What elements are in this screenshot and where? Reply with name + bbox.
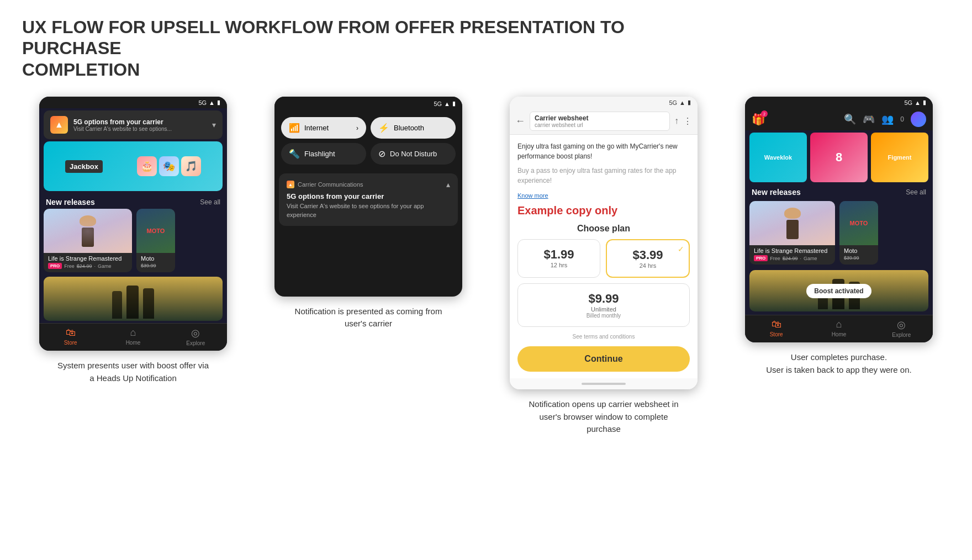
s4-topbar: 🎁 2 🔍 🎮 👥 0 <box>745 108 933 130</box>
s4-statusbar: 5G ▲ ▮ <box>745 97 933 108</box>
s4-wifi-icon: ▲ <box>915 99 921 106</box>
s1-moto-card[interactable]: MOTO Moto $39.99 <box>136 209 175 272</box>
s2-notif-app-row: ▲ Carrier Communications <box>287 181 363 188</box>
s4-topbar-right: 🔍 🎮 👥 0 <box>844 112 926 127</box>
s4-eight-thumb[interactable]: 8 <box>810 133 868 182</box>
boost-activated-badge: Boost activated <box>806 284 871 298</box>
s1-nav-home[interactable]: ⌂ Home <box>102 327 164 346</box>
s4-lis-info: Life is Strange Remastered PRO Free $24.… <box>749 245 835 265</box>
screen4-wrapper: 5G ▲ ▮ 🎁 2 🔍 🎮 👥 0 <box>728 97 950 376</box>
s1-moto-info: Moto $39.99 <box>136 253 175 272</box>
s2-notif-expand-icon[interactable]: ▴ <box>446 180 450 189</box>
s1-nav-store[interactable]: 🛍 Store <box>39 327 102 346</box>
screen3-phone: 5G ▲ ▮ ← Carrier websheet carrier webshe… <box>510 97 698 389</box>
s1-hun[interactable]: ▲ 5G options from your carrier Visit Car… <box>44 110 223 139</box>
page-title: UX FLOW FOR UPSELL WORKFLOW FROM OFFER P… <box>22 17 685 80</box>
s2-qs-dnd[interactable]: ⊘ Do Not Disturb <box>371 143 456 165</box>
s3-terms: See terms and conditions <box>517 334 690 340</box>
s4-nav-home[interactable]: ⌂ Home <box>807 319 870 338</box>
s3-back-button[interactable]: ← <box>515 115 525 127</box>
s3-signal: 5G <box>669 99 677 106</box>
s4-gift-badge[interactable]: 🎁 2 <box>752 113 765 126</box>
screen2-caption: Notification is presented as coming from… <box>291 305 446 330</box>
s1-lis-meta: PRO Free $24.99 · Game <box>48 263 128 269</box>
s2-qs-flashlight[interactable]: 🔦 Flashlight <box>281 143 366 165</box>
screen4-phone: 5G ▲ ▮ 🎁 2 🔍 🎮 👥 0 <box>745 97 933 342</box>
s1-game-icon-3: 🎵 <box>181 156 201 176</box>
s3-browser-bar: ← Carrier websheet carrier websheet url … <box>510 108 698 135</box>
s2-carrier-notification[interactable]: ▲ Carrier Communications ▴ 5G options fr… <box>279 173 458 226</box>
s3-know-more-link[interactable]: Know more <box>517 192 548 199</box>
s1-game-icons: 🎂 🎭 🎵 <box>137 156 201 176</box>
screen2-wrapper: 5G ▲ ▮ 📶 Internet › ⚡ Bluetooth 🔦 <box>257 97 479 330</box>
s4-lis-thumb <box>749 201 835 245</box>
s4-nav-store[interactable]: 🛍 Store <box>745 319 807 338</box>
s3-plan-3-card[interactable]: $9.99 Unlimited Billed monthly <box>517 283 690 327</box>
s4-games-row: Life is Strange Remastered PRO Free $24.… <box>745 199 933 268</box>
s1-new-releases-header: New releases See all <box>39 193 227 209</box>
s2-signal: 5G <box>434 101 442 107</box>
s2-qs-bluetooth[interactable]: ⚡ Bluetooth <box>371 117 456 139</box>
qs-chevron-icon: › <box>356 124 358 132</box>
s1-lis-info: Life is Strange Remastered PRO Free $24.… <box>44 253 132 272</box>
carrier-app-icon: ▲ <box>287 181 294 188</box>
s4-notification-badge: 2 <box>761 110 768 117</box>
s3-browser-actions: ↑ ⋮ <box>674 116 692 126</box>
s3-continue-button[interactable]: Continue <box>517 346 690 372</box>
s2-wifi-icon: ▲ <box>444 101 450 107</box>
s1-game-icon-1: 🎂 <box>137 156 157 176</box>
s4-moto-card[interactable]: MOTO Moto $39.99 <box>839 201 878 265</box>
s3-wifi-icon: ▲ <box>679 99 685 106</box>
s4-lis-card[interactable]: Life is Strange Remastered PRO Free $24.… <box>749 201 835 265</box>
internet-icon: 📶 <box>289 123 300 133</box>
s3-plan-1-card[interactable]: $1.99 12 hrs <box>517 239 600 278</box>
s4-nav-explore[interactable]: ◎ Explore <box>870 319 933 338</box>
s4-moto-meta: $39.99 <box>844 255 874 261</box>
s4-moto-info: Moto $39.99 <box>839 245 878 264</box>
s1-hun-app-icon: ▲ <box>50 116 68 134</box>
s4-home-icon: ⌂ <box>836 319 842 330</box>
flashlight-icon: 🔦 <box>289 149 300 159</box>
s1-lis-card[interactable]: Life is Strange Remastered PRO Free $24.… <box>44 209 132 272</box>
s1-statusbar: 5G ▲ ▮ <box>39 97 227 108</box>
s1-nav-explore[interactable]: ◎ Explore <box>165 327 227 346</box>
lis-artwork <box>44 209 132 253</box>
s4-people-icon[interactable]: 👥 <box>881 113 894 125</box>
bluetooth-icon: ⚡ <box>378 123 389 133</box>
s4-search-icon[interactable]: 🔍 <box>844 113 856 125</box>
s3-promo-sub: Buy a pass to enjoy ultra fast gaming ra… <box>517 166 690 186</box>
s1-hun-chevron-icon[interactable]: ▾ <box>212 120 216 129</box>
s4-new-releases-header: New releases See all <box>745 186 933 199</box>
s4-explore-icon: ◎ <box>897 319 906 331</box>
s1-soldier-art <box>44 277 223 321</box>
moto-artwork: MOTO <box>136 209 175 253</box>
s3-statusbar: 5G ▲ ▮ <box>510 97 698 108</box>
s2-qs-internet[interactable]: 📶 Internet › <box>281 117 366 139</box>
s4-moto-artwork: MOTO <box>839 201 878 245</box>
s1-hero-banner[interactable] <box>44 277 223 321</box>
s3-example-label: Example copy only <box>517 204 690 217</box>
s3-plans-row: $1.99 12 hrs ✓ $3.99 24 hrs <box>517 239 690 278</box>
s3-content: Enjoy ultra fast gaming on the go with M… <box>510 135 698 378</box>
s4-lis-meta: PRO Free $24.99 · Game <box>754 255 831 261</box>
s4-figment-thumb[interactable]: Figment <box>871 133 928 182</box>
s4-moto-thumb: MOTO <box>839 201 878 245</box>
s3-battery-icon: ▮ <box>688 99 691 106</box>
s3-share-icon[interactable]: ↑ <box>674 116 679 126</box>
s3-home-bar <box>582 383 626 385</box>
screen3-wrapper: 5G ▲ ▮ ← Carrier websheet carrier webshe… <box>493 97 715 436</box>
s3-more-icon[interactable]: ⋮ <box>683 116 692 126</box>
s2-battery-icon: ▮ <box>452 100 456 107</box>
s4-gamepad-icon[interactable]: 🎮 <box>863 113 875 125</box>
home-icon: ⌂ <box>130 327 136 339</box>
s4-user-avatar[interactable] <box>911 112 926 127</box>
s4-waveklok-thumb[interactable]: Waveklok <box>749 133 807 182</box>
s2-empty-area <box>274 230 462 297</box>
s4-lis-artwork <box>749 201 835 245</box>
s3-home-indicator <box>510 378 698 389</box>
s3-url-bar[interactable]: Carrier websheet carrier websheet url <box>530 112 670 131</box>
s3-plan-2-card[interactable]: ✓ $3.99 24 hrs <box>606 239 690 278</box>
s3-promo-text: Enjoy ultra fast gaming on the go with M… <box>517 141 690 161</box>
s1-app-banner: Jackbox 🎂 🎭 🎵 <box>44 141 223 191</box>
s4-hero-banner: Boost activated <box>749 270 928 311</box>
